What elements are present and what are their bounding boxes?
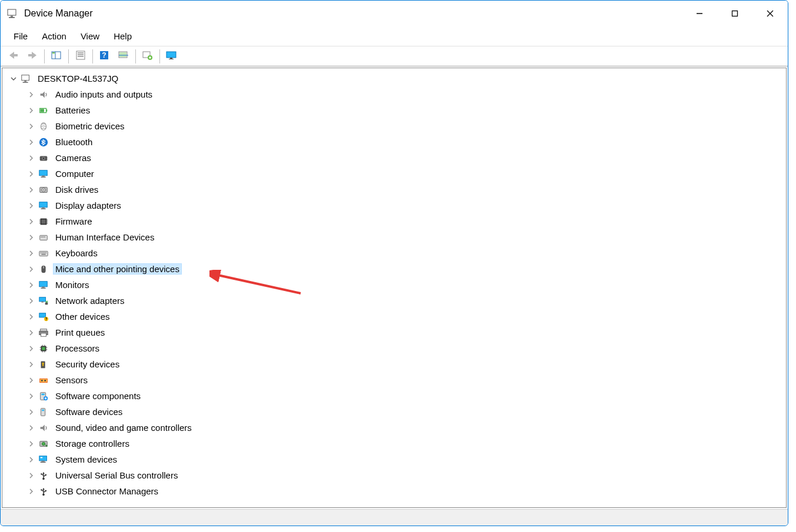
category-label[interactable]: Disk drives bbox=[53, 184, 101, 195]
category-bluetooth[interactable]: Bluetooth bbox=[27, 134, 786, 150]
scan-hardware-button[interactable] bbox=[114, 48, 133, 65]
chevron-right-icon[interactable] bbox=[27, 218, 35, 226]
device-tree[interactable]: DESKTOP-4L537JQ Audio inputs and outputs… bbox=[2, 68, 787, 508]
chevron-right-icon[interactable] bbox=[27, 456, 35, 464]
close-button[interactable] bbox=[752, 2, 788, 25]
category-label[interactable]: Print queues bbox=[53, 327, 107, 338]
category-software-comp[interactable]: Software components bbox=[27, 388, 786, 404]
category-storage[interactable]: Storage controllers bbox=[27, 436, 786, 451]
category-label[interactable]: Security devices bbox=[53, 359, 122, 370]
help-button[interactable]: ? bbox=[95, 48, 114, 65]
category-label[interactable]: Monitors bbox=[53, 279, 92, 290]
category-disk[interactable]: Disk drives bbox=[27, 182, 786, 198]
category-other[interactable]: ?Other devices bbox=[27, 309, 786, 324]
chevron-right-icon[interactable] bbox=[27, 91, 35, 99]
back-button[interactable] bbox=[4, 48, 23, 65]
category-label[interactable]: Software components bbox=[53, 390, 143, 401]
chevron-right-icon[interactable] bbox=[27, 471, 35, 480]
chevron-right-icon[interactable] bbox=[27, 392, 35, 400]
category-printer[interactable]: Print queues bbox=[27, 324, 786, 340]
chevron-right-icon[interactable] bbox=[27, 249, 35, 257]
category-system[interactable]: System devices bbox=[27, 451, 786, 467]
minimize-button[interactable] bbox=[682, 2, 717, 25]
tree-root-node[interactable]: DESKTOP-4L537JQ bbox=[9, 71, 786, 86]
chevron-right-icon[interactable] bbox=[27, 233, 35, 242]
add-legacy-button[interactable] bbox=[138, 48, 157, 65]
chevron-right-icon[interactable] bbox=[27, 329, 35, 337]
chevron-right-icon[interactable] bbox=[27, 297, 35, 305]
category-label[interactable]: Other devices bbox=[53, 311, 112, 322]
chevron-right-icon[interactable] bbox=[27, 154, 35, 162]
category-label[interactable]: Software devices bbox=[53, 406, 125, 417]
category-label[interactable]: Universal Serial Bus controllers bbox=[53, 470, 180, 481]
category-label[interactable]: Storage controllers bbox=[53, 438, 132, 449]
category-hid[interactable]: Human Interface Devices bbox=[27, 229, 786, 245]
category-audio[interactable]: Audio inputs and outputs bbox=[27, 86, 786, 102]
category-label[interactable]: Sensors bbox=[53, 374, 90, 386]
category-label[interactable]: Display adapters bbox=[53, 200, 124, 211]
monitor-button[interactable] bbox=[162, 48, 181, 65]
chevron-right-icon[interactable] bbox=[27, 202, 35, 210]
chevron-right-icon[interactable] bbox=[27, 360, 35, 369]
category-sensor[interactable]: Sensors bbox=[27, 372, 786, 388]
category-label[interactable]: Audio inputs and outputs bbox=[53, 89, 155, 100]
forward-button[interactable] bbox=[23, 48, 42, 65]
chevron-right-icon[interactable] bbox=[27, 313, 35, 321]
toolbar-separator bbox=[135, 49, 136, 63]
category-label[interactable]: Network adapters bbox=[53, 295, 127, 306]
category-keyboard[interactable]: Keyboards bbox=[27, 245, 786, 261]
category-security[interactable]: Security devices bbox=[27, 356, 786, 372]
category-camera[interactable]: Cameras bbox=[27, 150, 786, 166]
category-label[interactable]: Biometric devices bbox=[53, 121, 127, 132]
category-label[interactable]: Firmware bbox=[53, 216, 95, 227]
category-mouse[interactable]: Mice and other pointing devices bbox=[27, 261, 786, 277]
chevron-right-icon[interactable] bbox=[27, 440, 35, 448]
chevron-right-icon[interactable] bbox=[27, 186, 35, 194]
category-label[interactable]: Sound, video and game controllers bbox=[53, 422, 194, 433]
category-label[interactable]: Processors bbox=[53, 343, 102, 354]
category-label[interactable]: USB Connector Managers bbox=[53, 486, 161, 497]
menu-action[interactable]: Action bbox=[35, 29, 74, 44]
category-sound[interactable]: Sound, video and game controllers bbox=[27, 420, 786, 436]
root-label[interactable]: DESKTOP-4L537JQ bbox=[35, 73, 121, 84]
category-biometric[interactable]: Biometric devices bbox=[27, 118, 786, 134]
category-network[interactable]: Network adapters bbox=[27, 293, 786, 309]
chevron-right-icon[interactable] bbox=[27, 424, 35, 432]
chevron-down-icon[interactable] bbox=[9, 75, 18, 83]
category-computer[interactable]: Computer bbox=[27, 166, 786, 182]
menu-help[interactable]: Help bbox=[106, 29, 139, 44]
maximize-button[interactable] bbox=[717, 2, 752, 25]
category-label[interactable]: System devices bbox=[53, 454, 119, 465]
category-label[interactable]: Human Interface Devices bbox=[53, 232, 156, 243]
chevron-right-icon[interactable] bbox=[27, 281, 35, 289]
menu-file[interactable]: File bbox=[6, 29, 35, 44]
chevron-right-icon[interactable] bbox=[27, 487, 35, 496]
chevron-right-icon[interactable] bbox=[27, 170, 35, 178]
show-hidden-button[interactable] bbox=[47, 48, 66, 65]
properties-button[interactable] bbox=[71, 48, 90, 65]
category-display[interactable]: Display adapters bbox=[27, 198, 786, 213]
category-processor[interactable]: Processors bbox=[27, 340, 786, 356]
category-monitor[interactable]: Monitors bbox=[27, 277, 786, 293]
display-icon bbox=[38, 200, 49, 212]
category-usb-connector[interactable]: USB Connector Managers bbox=[27, 483, 786, 499]
category-firmware[interactable]: Firmware bbox=[27, 213, 786, 229]
toolbar-separator bbox=[44, 49, 45, 63]
category-label[interactable]: Cameras bbox=[53, 152, 94, 163]
category-label[interactable]: Computer bbox=[53, 168, 96, 179]
category-software-dev[interactable]: Software devices bbox=[27, 404, 786, 420]
chevron-right-icon[interactable] bbox=[27, 265, 35, 273]
category-label[interactable]: Mice and other pointing devices bbox=[53, 263, 182, 275]
chevron-right-icon[interactable] bbox=[27, 138, 35, 146]
category-label[interactable]: Batteries bbox=[53, 105, 92, 116]
chevron-right-icon[interactable] bbox=[27, 122, 35, 131]
category-label[interactable]: Keyboards bbox=[53, 247, 100, 259]
chevron-right-icon[interactable] bbox=[27, 408, 35, 416]
category-label[interactable]: Bluetooth bbox=[53, 136, 95, 148]
chevron-right-icon[interactable] bbox=[27, 106, 35, 115]
menu-view[interactable]: View bbox=[74, 29, 106, 44]
chevron-right-icon[interactable] bbox=[27, 344, 35, 353]
chevron-right-icon[interactable] bbox=[27, 376, 35, 384]
category-battery[interactable]: Batteries bbox=[27, 102, 786, 118]
category-usb[interactable]: Universal Serial Bus controllers bbox=[27, 467, 786, 483]
